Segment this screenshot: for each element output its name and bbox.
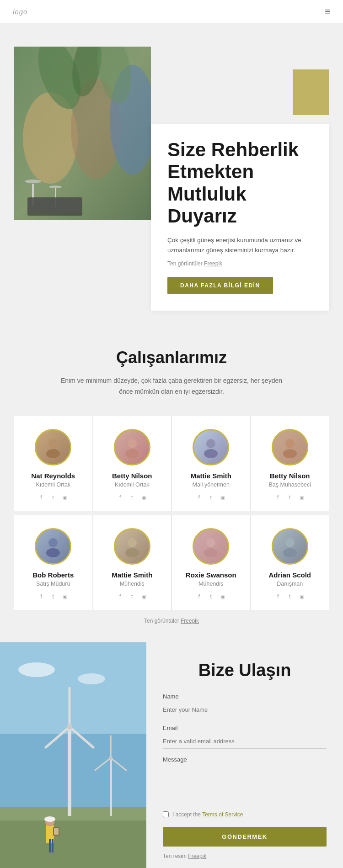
svg-point-17 [125, 449, 139, 458]
contact-credit: Ten resim Freepik [163, 853, 327, 859]
facebook-icon[interactable]: f [116, 493, 124, 502]
menu-icon[interactable]: ≡ [325, 6, 330, 17]
hero-title: Size Rehberlik Etmekten Mutluluk Duyarız [167, 139, 313, 227]
team-grid-row1: Nat Reynolds Kıdemli Ortak f t ◉ Betty N… [14, 416, 329, 511]
svg-point-23 [46, 548, 60, 557]
hero-photo [14, 47, 151, 220]
team-avatar-6 [193, 528, 229, 565]
twitter-icon[interactable]: t [128, 493, 136, 502]
hero-credit-link[interactable]: Freepik [204, 260, 222, 267]
facebook-icon[interactable]: f [37, 593, 45, 601]
team-card-7: Adrian Scold Danışman f t ◉ [251, 515, 330, 610]
learn-more-button[interactable]: DAHA FAZLA BİLGİ EDİN [167, 277, 273, 294]
twitter-icon[interactable]: t [286, 593, 294, 601]
facebook-icon[interactable]: f [274, 493, 282, 502]
team-credit: Ten görüntüler Freepik [14, 618, 329, 624]
terms-link[interactable]: Terms of Service [202, 811, 243, 818]
team-social-7: f t ◉ [258, 593, 322, 601]
svg-rect-36 [68, 725, 71, 816]
team-name-4: Bob Roberts [21, 571, 85, 579]
svg-rect-52 [54, 828, 59, 835]
facebook-icon[interactable]: f [195, 493, 203, 502]
twitter-icon[interactable]: t [207, 593, 215, 601]
svg-rect-34 [0, 816, 146, 868]
twitter-icon[interactable]: t [128, 593, 136, 601]
instagram-icon[interactable]: ◉ [219, 493, 227, 502]
facebook-icon[interactable]: f [274, 593, 282, 601]
message-label: Message [163, 756, 327, 763]
instagram-icon[interactable]: ◉ [298, 493, 306, 502]
team-section-title: Çalışanlarımız [14, 348, 329, 367]
email-label: Email [163, 725, 327, 731]
hero-description: Çok çeşitli güneş enerjisi kurumunda uzm… [167, 235, 313, 255]
contact-form-area: Bize Ulaşın Name Email Message I accept … [146, 642, 343, 868]
team-name-3: Betty Nilson [258, 472, 322, 480]
hero-image [14, 47, 151, 220]
team-role-6: Mühendis [179, 581, 243, 587]
team-social-6: f t ◉ [179, 593, 243, 601]
team-role-0: Kıdemli Ortak [21, 482, 85, 488]
email-input[interactable] [163, 734, 327, 749]
team-card-5: Mattie Smith Mühendis f t ◉ [93, 515, 172, 610]
svg-rect-31 [0, 642, 146, 734]
instagram-icon[interactable]: ◉ [61, 593, 69, 601]
twitter-icon[interactable]: t [49, 593, 57, 601]
team-name-7: Adrian Scold [258, 571, 322, 579]
instagram-icon[interactable]: ◉ [140, 593, 148, 601]
instagram-icon[interactable]: ◉ [61, 493, 69, 502]
contact-credit-link[interactable]: Freepik [188, 853, 206, 859]
facebook-icon[interactable]: f [37, 493, 45, 502]
facebook-icon[interactable]: f [195, 593, 203, 601]
contact-title: Bize Ulaşın [163, 661, 327, 680]
team-avatar-2 [193, 429, 229, 466]
team-social-2: f t ◉ [179, 493, 243, 502]
svg-point-11 [49, 185, 62, 188]
team-grid-row2: Bob Roberts Satış Müdürü f t ◉ Mattie Sm… [14, 515, 329, 610]
svg-rect-49 [52, 839, 54, 852]
instagram-icon[interactable]: ◉ [219, 593, 227, 601]
team-avatar-0 [35, 429, 71, 466]
team-social-1: f t ◉ [101, 493, 164, 502]
svg-point-24 [128, 538, 137, 547]
facebook-icon[interactable]: f [116, 593, 124, 601]
svg-point-50 [44, 816, 55, 822]
svg-rect-35 [0, 807, 146, 820]
hero-illustration [14, 47, 151, 220]
team-role-4: Satış Müdürü [21, 581, 85, 587]
submit-button[interactable]: GÖNDERMEK [163, 827, 327, 847]
team-section-description: Enim ve minimum düzeyde, çok fazla çaba … [57, 376, 286, 397]
team-social-4: f t ◉ [21, 593, 85, 601]
team-role-7: Danışman [258, 581, 322, 587]
email-form-group: Email [163, 725, 327, 749]
team-social-3: f t ◉ [258, 493, 322, 502]
twitter-icon[interactable]: t [49, 493, 57, 502]
name-label: Name [163, 693, 327, 700]
name-input[interactable] [163, 703, 327, 717]
svg-point-33 [78, 673, 105, 684]
team-name-5: Mattie Smith [101, 571, 164, 579]
terms-checkbox[interactable] [163, 811, 169, 817]
svg-point-9 [25, 180, 41, 183]
team-card-2: Mattie Smith Mali yönetmen f t ◉ [172, 416, 251, 511]
message-textarea[interactable] [163, 766, 327, 802]
twitter-icon[interactable]: t [207, 493, 215, 502]
team-avatar-1 [114, 429, 150, 466]
team-avatar-5 [114, 528, 150, 565]
team-card-4: Bob Roberts Satış Müdürü f t ◉ [14, 515, 93, 610]
header: logo ≡ [0, 0, 343, 24]
team-card-0: Nat Reynolds Kıdemli Ortak f t ◉ [14, 416, 93, 511]
team-credit-link[interactable]: Freepik [181, 618, 199, 624]
svg-point-29 [283, 548, 297, 557]
svg-point-16 [128, 439, 137, 448]
twitter-icon[interactable]: t [286, 493, 294, 502]
team-name-1: Betty Nilson [101, 472, 164, 480]
instagram-icon[interactable]: ◉ [140, 493, 148, 502]
instagram-icon[interactable]: ◉ [298, 593, 306, 601]
team-card-1: Betty Nilson Kıdemli Ortak f t ◉ [93, 416, 172, 511]
contact-section: Bize Ulaşın Name Email Message I accept … [0, 642, 343, 868]
team-card-3: Betty Nilson Baş Muhasebeci f t ◉ [251, 416, 330, 511]
contact-image [0, 642, 146, 868]
message-form-group: Message [163, 756, 327, 804]
svg-point-19 [204, 449, 218, 458]
team-name-2: Mattie Smith [179, 472, 243, 480]
